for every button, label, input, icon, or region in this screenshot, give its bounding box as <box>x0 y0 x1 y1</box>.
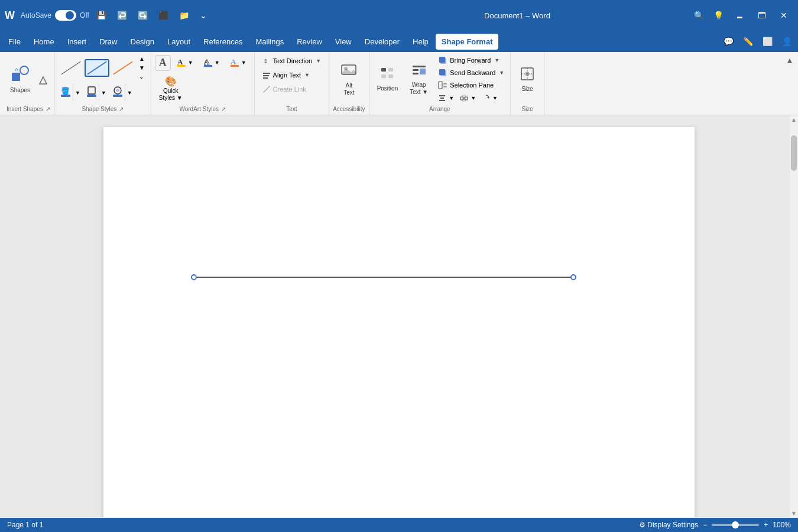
wordart-text-fill-button[interactable]: A ▼ <box>173 54 197 71</box>
svg-rect-22 <box>263 75 269 76</box>
save-button[interactable]: 💾 <box>93 8 110 22</box>
align-button[interactable]: ▼ <box>436 93 456 103</box>
insert-shapes-expand-icon[interactable]: ↗ <box>46 106 50 112</box>
shape-style-2[interactable] <box>85 59 109 77</box>
group-button[interactable]: ▼ <box>458 93 478 103</box>
profile-button[interactable]: 👤 <box>778 34 796 48</box>
alt-text-button[interactable]: AltText <box>336 59 362 99</box>
maximize-button[interactable]: 🗖 <box>752 8 772 22</box>
insert-shapes-group: A Shapes Insert Shapes ↗ <box>2 52 55 115</box>
quick-styles-button[interactable]: 🎨 Quick Styles ▼ <box>155 73 187 103</box>
menu-bar: File Home Insert Draw Design Layout Refe… <box>0 31 798 52</box>
menu-developer[interactable]: Developer <box>359 34 406 50</box>
status-bar: Page 1 of 1 ⚙ Display Settings − + 100% <box>0 518 798 532</box>
gallery-scroll-down[interactable]: ▼ <box>137 63 147 72</box>
send-backward-label: Send Backward <box>450 69 495 76</box>
svg-rect-21 <box>263 73 270 74</box>
menu-layout[interactable]: Layout <box>161 34 196 50</box>
shape-styles-content: ▲ ▼ ⌄ 🪣 ▼ <box>59 54 147 103</box>
shape-outline-button[interactable]: ▼ <box>85 85 108 100</box>
svg-line-6 <box>113 61 132 74</box>
shape-effects-button[interactable]: ▼ <box>111 85 134 100</box>
text-group-label: Text <box>258 103 326 112</box>
gallery-more[interactable]: ⌄ <box>137 72 147 81</box>
menu-file[interactable]: File <box>2 34 27 50</box>
svg-rect-37 <box>439 57 445 63</box>
undo-button[interactable]: ↩️ <box>113 8 131 22</box>
wordart-styles-expand-icon[interactable]: ↗ <box>221 106 226 112</box>
redo-button[interactable]: ↪️ <box>134 8 151 22</box>
menu-mailings[interactable]: Mailings <box>250 34 290 50</box>
menu-insert[interactable]: Insert <box>61 34 93 50</box>
bring-forward-icon <box>438 56 447 65</box>
arrange-group: Position WrapText ▼ <box>369 52 511 115</box>
send-backward-button[interactable]: Send Backward ▼ <box>436 67 507 79</box>
svg-rect-44 <box>440 98 444 99</box>
shape-edit-button[interactable] <box>35 74 51 87</box>
more-commands-button[interactable]: ⌄ <box>196 8 210 22</box>
gallery-scroll-up[interactable]: ▲ <box>137 54 147 63</box>
menu-home[interactable]: Home <box>28 34 60 50</box>
close-button[interactable]: ✕ <box>774 8 793 22</box>
scroll-down-button[interactable]: ▼ <box>790 509 798 517</box>
scroll-thumb[interactable] <box>791 135 797 171</box>
wordart-text-effects-button[interactable]: A ▼ <box>226 54 251 71</box>
svg-marker-49 <box>487 96 489 99</box>
shape-styles-expand-icon[interactable]: ↗ <box>119 106 124 112</box>
align-text-button[interactable]: Align Text ▼ <box>258 69 314 82</box>
menu-design[interactable]: Design <box>125 34 160 50</box>
edit-button[interactable]: ✏️ <box>739 34 757 48</box>
menu-view[interactable]: View <box>329 34 358 50</box>
svg-point-12 <box>116 89 119 92</box>
zoom-in-button[interactable]: + <box>764 521 768 529</box>
send-backward-icon <box>438 68 447 77</box>
svg-point-1 <box>20 66 28 74</box>
autosave-toggle[interactable] <box>55 10 76 21</box>
menu-draw[interactable]: Draw <box>93 34 123 50</box>
menu-review[interactable]: Review <box>291 34 328 50</box>
size-group: Size Size <box>511 52 544 115</box>
svg-rect-34 <box>420 69 426 74</box>
svg-rect-17 <box>204 65 212 67</box>
svg-rect-39 <box>440 70 446 76</box>
customize-toolbar-button[interactable]: 📁 <box>176 8 193 22</box>
text-direction-button[interactable]: ⇕ Text Direction ▼ <box>258 54 326 67</box>
table-insert-button[interactable]: ⬛ <box>155 8 172 22</box>
toggle-state-label: Off <box>80 11 89 20</box>
zoom-slider[interactable] <box>712 524 759 526</box>
rotate-button[interactable]: ▼ <box>479 93 500 103</box>
present-button[interactable]: ⬜ <box>759 34 776 48</box>
minimize-button[interactable]: 🗕 <box>729 8 750 22</box>
search-button[interactable]: 🔍 <box>690 8 708 22</box>
wordart-text-outline-button[interactable]: A ▼ <box>200 54 224 71</box>
scroll-up-button[interactable]: ▲ <box>790 115 798 124</box>
menu-shape-format[interactable]: Shape Format <box>436 34 499 50</box>
wrap-text-button[interactable]: WrapText ▼ <box>406 60 432 99</box>
position-button[interactable]: Position <box>373 63 403 95</box>
menu-help[interactable]: Help <box>407 34 434 50</box>
menu-references[interactable]: References <box>197 34 248 50</box>
display-settings-button[interactable]: ⚙ Display Settings <box>639 521 698 529</box>
comment-button[interactable]: 💬 <box>720 34 737 48</box>
wordart-style-btn[interactable]: A <box>155 55 171 71</box>
size-button[interactable]: Size <box>514 63 540 96</box>
shape-styles-group: ▲ ▼ ⌄ 🪣 ▼ <box>55 52 151 115</box>
shape-fill-button[interactable]: 🪣 ▼ <box>59 85 82 100</box>
line-shape[interactable] <box>191 274 576 281</box>
ideas-button[interactable]: 💡 <box>710 8 727 22</box>
shape-style-3[interactable] <box>111 59 135 77</box>
svg-rect-8 <box>61 95 70 97</box>
bring-forward-button[interactable]: Bring Forward ▼ <box>436 54 507 66</box>
zoom-out-button[interactable]: − <box>703 521 707 529</box>
svg-text:A: A <box>15 67 18 73</box>
line-handle-left[interactable] <box>191 274 197 280</box>
vertical-scrollbar[interactable]: ▲ ▼ <box>790 115 798 517</box>
line-handle-right[interactable] <box>570 274 576 280</box>
svg-rect-32 <box>413 66 426 67</box>
display-settings-label: Display Settings <box>647 521 698 529</box>
shapes-button[interactable]: A Shapes <box>6 61 34 97</box>
ribbon-collapse-button[interactable]: ▲ <box>784 54 796 66</box>
selection-pane-button[interactable]: Selection Pane <box>436 79 507 91</box>
create-link-button[interactable]: Create Link <box>258 83 310 96</box>
shape-style-1[interactable] <box>59 59 83 77</box>
